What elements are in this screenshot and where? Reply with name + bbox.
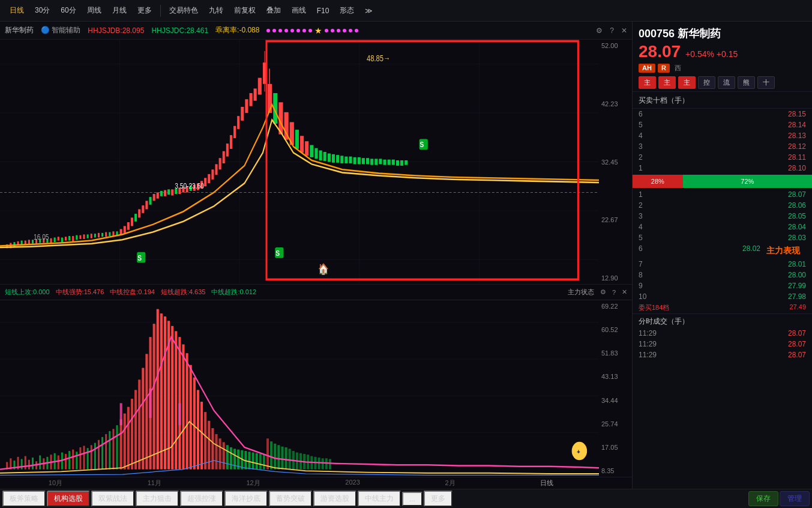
table-row[interactable]: 4 28.04: [633, 222, 812, 232]
svg-rect-93: [319, 150, 322, 160]
timeframe-monthly[interactable]: 月线: [107, 4, 131, 17]
svg-rect-225: [259, 454, 262, 470]
table-row[interactable]: 2 28.11: [633, 152, 812, 163]
btn-main3[interactable]: 主: [678, 76, 696, 89]
table-row[interactable]: 6 28.02 主力表现: [633, 243, 812, 259]
table-row[interactable]: 5 28.03: [633, 232, 812, 243]
sell-price-4: 28.13: [729, 132, 807, 140]
close-icon[interactable]: ✕: [621, 26, 627, 35]
btn-flow[interactable]: 流: [718, 76, 735, 89]
table-row[interactable]: 4 28.13: [633, 130, 812, 141]
svg-rect-47: [142, 205, 144, 213]
close-icon-indicator[interactable]: ✕: [622, 288, 627, 296]
feature-stack[interactable]: 叠加: [262, 4, 286, 17]
table-row[interactable]: 3 28.12: [633, 141, 812, 152]
btn-jigou[interactable]: 机构选股: [47, 491, 90, 507]
question-icon-indicator[interactable]: ?: [612, 289, 616, 296]
svg-rect-109: [388, 160, 391, 165]
svg-rect-210: [204, 412, 206, 470]
btn-save[interactable]: 保存: [748, 491, 778, 506]
svg-rect-26: [65, 237, 67, 240]
feature-fupan[interactable]: 前复权: [229, 4, 260, 17]
list-item[interactable]: 11:29 28.07: [633, 349, 812, 360]
btn-youzixuangu[interactable]: 游资选股: [313, 491, 356, 507]
volume-chart-svg: +: [0, 300, 599, 477]
btn-ten[interactable]: 十: [757, 76, 775, 89]
btn-main1[interactable]: 主: [639, 76, 656, 89]
btn-more[interactable]: 更多: [424, 491, 453, 507]
zhuangli-label: 主力表现: [760, 244, 806, 258]
svg-rect-213: [215, 434, 217, 470]
svg-rect-180: [94, 443, 96, 470]
table-row[interactable]: 9 27.99: [633, 280, 812, 291]
svg-rect-95: [328, 154, 331, 162]
svg-text:+: +: [577, 448, 580, 455]
timeframe-30[interactable]: 30分: [30, 4, 55, 17]
btn-shuangzi[interactable]: 双紫战法: [91, 491, 134, 507]
btn-zhongxian[interactable]: 中线主力: [358, 491, 401, 507]
btn-manage[interactable]: 管理: [780, 491, 810, 506]
svg-rect-110: [392, 160, 395, 165]
buy-price-10: 27.98: [729, 292, 807, 301]
btn-zhulijiju[interactable]: 主力狙击: [136, 491, 179, 507]
btn-haiyangchaodi[interactable]: 海洋抄底: [224, 491, 268, 507]
sell-price-2: 28.11: [729, 153, 807, 162]
dot6: [296, 29, 300, 32]
table-row[interactable]: 10 27.98: [633, 291, 812, 302]
buy-price-6: 28.02: [706, 244, 761, 258]
tick-price-1: 28.07: [788, 329, 806, 337]
svg-rect-247: [329, 459, 331, 470]
right-panel: 000756 新华制药 28.07 +0.54% +0.15 AH R 西 主 …: [632, 22, 812, 489]
buy-price-4: 28.04: [729, 223, 807, 231]
feature-jiuzhuan[interactable]: 九转: [204, 4, 228, 17]
table-row[interactable]: 3 28.05: [633, 211, 812, 222]
svg-rect-160: [21, 459, 23, 470]
timeframe-daily[interactable]: 日线: [5, 4, 29, 17]
feature-draw[interactable]: 画线: [287, 4, 311, 17]
table-row[interactable]: 6 28.15: [633, 109, 812, 119]
feature-f10[interactable]: F10: [312, 5, 334, 16]
svg-rect-28: [72, 236, 74, 241]
svg-rect-88: [295, 130, 299, 149]
list-item[interactable]: 11:29 28.07: [633, 328, 812, 339]
btn-bear[interactable]: 熊: [738, 76, 755, 89]
table-row[interactable]: 8 28.00: [633, 270, 812, 280]
badge-xi: 西: [675, 64, 681, 73]
timeframe-more[interactable]: 更多: [133, 4, 157, 17]
dot11: [337, 29, 340, 32]
svg-rect-78: [258, 78, 262, 95]
svg-rect-183: [105, 434, 107, 470]
svg-rect-46: [138, 209, 140, 217]
table-row[interactable]: 5 28.14: [633, 119, 812, 130]
table-row[interactable]: 7 28.01: [633, 259, 812, 270]
btn-control[interactable]: 控: [698, 76, 715, 89]
timeframe-60[interactable]: 60分: [56, 4, 80, 17]
list-item[interactable]: 11:29 28.07: [633, 339, 812, 349]
rp-btn-row: 主 主 主 控 流 熊 十: [639, 76, 806, 89]
btn-chaoquang[interactable]: 超强控涨: [180, 491, 223, 507]
btn-xushipochu[interactable]: 蓄势突破: [269, 491, 312, 507]
feature-extra[interactable]: ≫: [360, 5, 377, 16]
btn-bafuce[interactable]: 板斧策略: [2, 491, 46, 507]
svg-rect-44: [131, 217, 133, 226]
btn-main2[interactable]: 主: [658, 76, 676, 89]
table-row[interactable]: 1 28.10: [633, 163, 812, 174]
gear-icon-indicator[interactable]: ⚙: [600, 288, 606, 296]
svg-rect-34: [94, 234, 96, 237]
svg-rect-106: [374, 159, 377, 165]
svg-rect-39: [112, 231, 114, 236]
vol-43: 43.13: [601, 373, 630, 380]
chart-bottom: + 69.22 60.52 51.83 43.13 34.44 25.74 17…: [0, 300, 632, 477]
table-row[interactable]: 2 28.06: [633, 200, 812, 211]
timeframe-weekly[interactable]: 周线: [82, 4, 106, 17]
feature-morph[interactable]: 形态: [335, 4, 359, 17]
gear-icon[interactable]: ⚙: [596, 26, 603, 35]
buy-level-2: 2: [639, 201, 651, 210]
feature-trade[interactable]: 交易特色: [164, 4, 203, 17]
svg-rect-65: [208, 174, 210, 183]
question-icon[interactable]: ?: [610, 26, 614, 35]
table-row[interactable]: 1 28.07: [633, 189, 812, 200]
svg-rect-161: [25, 456, 26, 470]
btn-ellipsis[interactable]: ...: [402, 492, 423, 506]
svg-rect-49: [149, 197, 151, 205]
